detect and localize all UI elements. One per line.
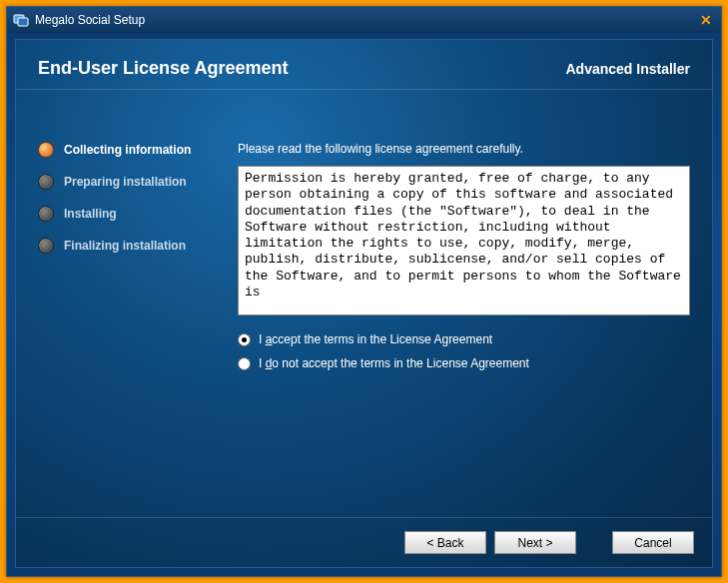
cancel-button[interactable]: Cancel <box>612 531 694 554</box>
back-button[interactable]: < Back <box>404 531 486 554</box>
decline-radio[interactable]: I do not accept the terms in the License… <box>238 356 690 370</box>
step-label: Preparing installation <box>64 175 187 189</box>
page-title: End-User License Agreement <box>38 58 288 79</box>
steps-list: Collecting information Preparing install… <box>38 114 238 517</box>
step-bullet-icon <box>38 206 54 222</box>
body: Collecting information Preparing install… <box>16 96 712 517</box>
header: End-User License Agreement Advanced Inst… <box>16 40 712 90</box>
radio-icon <box>238 333 251 346</box>
installer-window: Megalo Social Setup ✕ End-User License A… <box>6 6 722 577</box>
step-preparing: Preparing installation <box>38 174 238 190</box>
step-label: Collecting information <box>64 143 191 157</box>
app-icon <box>13 12 29 28</box>
window-title: Megalo Social Setup <box>35 13 697 27</box>
radio-group: I accept the terms in the License Agreem… <box>238 332 690 370</box>
step-collecting: Collecting information <box>38 142 238 158</box>
step-bullet-icon <box>38 174 54 190</box>
footer: < Back Next > Cancel <box>16 517 712 567</box>
close-icon[interactable]: ✕ <box>697 12 715 28</box>
step-label: Installing <box>64 207 117 221</box>
license-textarea[interactable] <box>238 166 690 315</box>
titlebar: Megalo Social Setup ✕ <box>7 7 721 33</box>
instruction-text: Please read the following license agreem… <box>238 142 690 156</box>
radio-icon <box>238 357 251 370</box>
brand-label: Advanced Installer <box>566 61 691 77</box>
step-label: Finalizing installation <box>64 239 186 253</box>
accept-radio[interactable]: I accept the terms in the License Agreem… <box>238 332 690 346</box>
step-finalizing: Finalizing installation <box>38 238 238 254</box>
step-installing: Installing <box>38 206 238 222</box>
main-area: Please read the following license agreem… <box>238 114 690 517</box>
svg-rect-1 <box>18 18 28 26</box>
step-bullet-icon <box>38 238 54 254</box>
accept-label: I accept the terms in the License Agreem… <box>259 332 492 346</box>
step-bullet-icon <box>38 142 54 158</box>
next-button[interactable]: Next > <box>494 531 576 554</box>
content-panel: End-User License Agreement Advanced Inst… <box>15 39 713 568</box>
decline-label: I do not accept the terms in the License… <box>259 356 529 370</box>
